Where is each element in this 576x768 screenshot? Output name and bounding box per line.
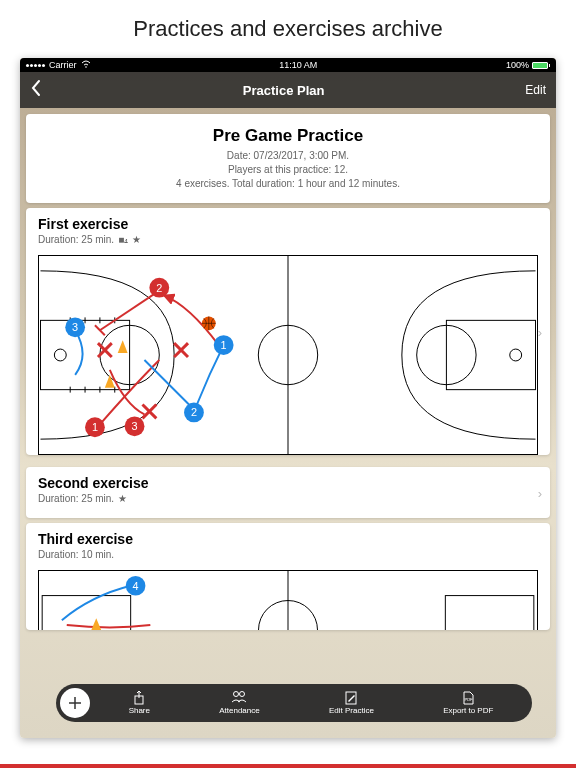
- battery-icon: [532, 62, 550, 69]
- edit-icon: [345, 691, 357, 705]
- exercise-title: Second exercise: [38, 475, 538, 491]
- svg-text:4: 4: [133, 580, 139, 592]
- status-carrier: Carrier: [49, 60, 77, 70]
- pdf-icon: PDF: [462, 691, 474, 705]
- player-red-3: 3: [125, 416, 145, 436]
- export-pdf-label: Export to PDF: [443, 706, 493, 715]
- exercise-duration: Duration: 25 min.: [38, 493, 114, 504]
- edit-practice-button[interactable]: Edit Practice: [329, 691, 374, 715]
- content-scroll[interactable]: Pre Game Practice Date: 07/23/2017, 3:00…: [20, 108, 556, 688]
- basketball-court-diagram: 4: [38, 570, 538, 630]
- star-icon: ★: [118, 493, 127, 504]
- svg-text:2: 2: [191, 406, 197, 418]
- nav-title: Practice Plan: [243, 83, 325, 98]
- marketing-headline: Practices and exercises archive: [133, 16, 442, 42]
- player-red-1: 1: [85, 417, 105, 437]
- practice-title: Pre Game Practice: [38, 126, 538, 146]
- svg-text:1: 1: [92, 421, 98, 433]
- marketing-header: Practices and exercises archive: [0, 0, 576, 58]
- svg-marker-24: [118, 340, 128, 353]
- chevron-right-icon: ›: [538, 324, 542, 339]
- status-bar: Carrier 11:10 AM 100%: [20, 58, 556, 72]
- basketball-court-diagram: 2 3 1 1 2 3: [38, 255, 538, 455]
- share-label: Share: [129, 706, 150, 715]
- exercise-duration: Duration: 25 min.: [38, 234, 114, 245]
- device-frame: Carrier 11:10 AM 100% Practice Plan Edit…: [20, 58, 556, 738]
- svg-text:3: 3: [132, 420, 138, 432]
- practice-players: Players at this practice: 12.: [38, 163, 538, 177]
- exercise-card-3[interactable]: Third exercise Duration: 10 min. 4: [26, 523, 550, 630]
- svg-text:1: 1: [221, 339, 227, 351]
- status-battery-pct: 100%: [506, 60, 529, 70]
- svg-point-50: [240, 692, 245, 697]
- attendance-label: Attendance: [219, 706, 259, 715]
- nav-bar: Practice Plan Edit: [20, 72, 556, 108]
- chevron-right-icon: ›: [538, 485, 542, 500]
- exercise-card-2[interactable]: Second exercise Duration: 25 min. ★ ›: [26, 467, 550, 518]
- practice-summary: 4 exercises. Total duration: 1 hour and …: [38, 177, 538, 191]
- wifi-icon: [81, 60, 91, 70]
- add-button[interactable]: [60, 688, 90, 718]
- star-icon: ★: [132, 234, 141, 245]
- practice-header-card: Pre Game Practice Date: 07/23/2017, 3:00…: [26, 114, 550, 203]
- attendance-icon: [231, 691, 247, 705]
- svg-rect-41: [445, 596, 534, 630]
- svg-text:PDF: PDF: [465, 697, 474, 702]
- video-icon: ■₄: [118, 234, 128, 245]
- svg-rect-40: [42, 596, 130, 630]
- exercise-title: Third exercise: [38, 531, 538, 547]
- svg-point-49: [234, 692, 239, 697]
- status-time: 11:10 AM: [279, 60, 317, 70]
- back-button[interactable]: [30, 79, 42, 102]
- svg-point-8: [510, 349, 522, 361]
- bottom-toolbar: Share Attendance Edit Practice PDF Expor…: [56, 684, 532, 722]
- player-red-2: 2: [149, 278, 169, 298]
- edit-button[interactable]: Edit: [525, 83, 546, 97]
- attendance-button[interactable]: Attendance: [219, 691, 259, 715]
- svg-marker-44: [91, 618, 101, 630]
- svg-point-5: [54, 349, 66, 361]
- exercise-title: First exercise: [38, 216, 538, 232]
- signal-icon: [26, 64, 45, 67]
- player-blue-2: 2: [184, 403, 204, 423]
- practice-date: Date: 07/23/2017, 3:00 PM.: [38, 149, 538, 163]
- share-icon: [133, 691, 145, 705]
- svg-point-0: [85, 66, 87, 68]
- player-blue-3: 3: [65, 317, 85, 337]
- share-button[interactable]: Share: [129, 691, 150, 715]
- edit-practice-label: Edit Practice: [329, 706, 374, 715]
- exercise-duration: Duration: 10 min.: [38, 549, 114, 560]
- svg-text:3: 3: [72, 321, 78, 333]
- accent-bar: [0, 764, 576, 768]
- exercise-card-1[interactable]: First exercise Duration: 25 min. ■₄ ★ ›: [26, 208, 550, 455]
- svg-text:2: 2: [156, 282, 162, 294]
- export-pdf-button[interactable]: PDF Export to PDF: [443, 691, 493, 715]
- player-blue-1: 1: [214, 335, 234, 355]
